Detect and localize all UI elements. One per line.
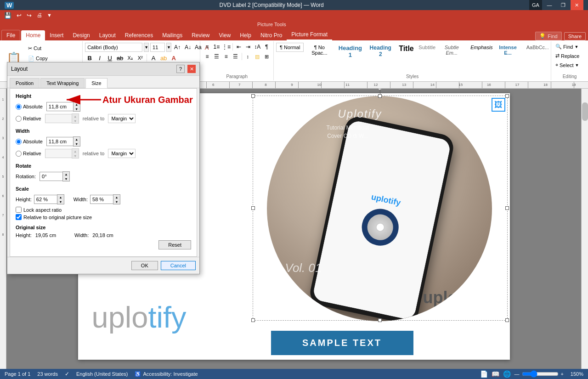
height-rel-spin-down[interactable]: ▼ xyxy=(72,119,79,123)
dialog-tab-size[interactable]: Size xyxy=(85,78,107,88)
style-title[interactable]: Title xyxy=(396,43,414,55)
style-heading1[interactable]: Heading 1 xyxy=(335,43,366,60)
width-spin-down[interactable]: ▼ xyxy=(74,141,80,146)
show-hide-btn[interactable]: ¶ xyxy=(262,43,271,51)
justify-btn[interactable]: ☰ xyxy=(231,52,240,61)
dialog-help-btn[interactable]: ? xyxy=(176,65,185,73)
style-intense[interactable]: Intense E... xyxy=(493,43,522,57)
superscript-btn[interactable]: X² xyxy=(136,53,145,62)
share-btn[interactable]: Share xyxy=(564,32,586,40)
font-name-dropdown[interactable]: ▼ xyxy=(144,43,149,52)
tab-layout[interactable]: Layout xyxy=(95,30,120,40)
rotation-spin-up[interactable]: ▲ xyxy=(63,172,69,176)
align-left-btn[interactable]: ≡ xyxy=(203,52,212,61)
width-absolute-radio[interactable] xyxy=(16,139,22,145)
increase-font-btn[interactable]: A↑ xyxy=(173,43,182,51)
view-web-btn[interactable]: 🌐 xyxy=(503,370,511,378)
dialog-close-btn[interactable]: ✕ xyxy=(187,65,196,73)
undo-btn[interactable]: ↩ xyxy=(15,11,23,20)
font-size-dropdown[interactable]: ▼ xyxy=(166,43,171,52)
height-rel-spin-up[interactable]: ▲ xyxy=(72,114,79,119)
scale-width-spin-up[interactable]: ▲ xyxy=(113,195,120,199)
zoom-range-input[interactable] xyxy=(522,370,559,378)
style-normal[interactable]: ¶ Normal xyxy=(276,43,304,52)
handle-tr[interactable] xyxy=(505,94,509,98)
redo-btn[interactable]: ↪ xyxy=(25,11,34,20)
bullets-btn[interactable]: ≡ xyxy=(203,43,211,51)
scale-height-spin-down[interactable]: ▼ xyxy=(57,199,64,204)
cd-image-container[interactable]: uplotify Uplotify Tutorial Membuat Cove xyxy=(253,96,508,321)
qa-more-btn[interactable]: ▼ xyxy=(45,11,53,19)
print-btn[interactable]: 🖨 xyxy=(35,11,44,19)
text-effect-btn[interactable]: A xyxy=(149,53,158,62)
style-subtle-em[interactable]: Subtle Em... xyxy=(437,43,466,57)
scale-width-input[interactable] xyxy=(90,195,113,204)
reset-btn[interactable]: Reset xyxy=(158,240,191,249)
scale-height-spin-up[interactable]: ▲ xyxy=(57,195,64,199)
font-color-btn[interactable]: A xyxy=(169,53,178,62)
find-btn[interactable]: 🔍 Find ▼ xyxy=(554,43,586,51)
style-no-spacing[interactable]: ¶ No Spac... xyxy=(305,43,334,57)
width-relative-input[interactable] xyxy=(45,149,72,158)
height-absolute-input[interactable] xyxy=(46,102,73,111)
lock-aspect-label[interactable]: Lock aspect ratio xyxy=(16,207,191,213)
align-right-btn[interactable]: ≡ xyxy=(221,52,231,61)
subscript-btn[interactable]: X₂ xyxy=(125,53,135,62)
scale-height-input[interactable] xyxy=(34,195,57,204)
width-rel-spin-down[interactable]: ▼ xyxy=(72,153,79,158)
width-rel-spin-up[interactable]: ▲ xyxy=(72,149,79,153)
tab-picture-format[interactable]: Picture Format xyxy=(287,29,332,40)
dialog-tab-position[interactable]: Position xyxy=(10,78,40,88)
font-name-input[interactable] xyxy=(85,43,142,52)
tab-review[interactable]: Review xyxy=(187,30,214,40)
handle-tl[interactable] xyxy=(251,94,255,98)
handle-ml[interactable] xyxy=(251,206,255,210)
height-absolute-radio-label[interactable]: Absolute xyxy=(16,104,43,110)
view-normal-btn[interactable]: 📄 xyxy=(480,370,488,378)
save-quick-btn[interactable]: 💾 xyxy=(2,11,13,20)
zoom-slider[interactable]: — + xyxy=(514,370,564,378)
minimize-btn[interactable]: — xyxy=(543,0,556,10)
find-dropdown-icon[interactable]: ▼ xyxy=(574,45,578,49)
tell-me-search[interactable]: 💡 Find xyxy=(535,32,561,40)
vertical-scrollbar[interactable] xyxy=(581,89,588,369)
shading-btn[interactable]: ▨ xyxy=(253,52,262,61)
handle-bm[interactable] xyxy=(378,318,382,322)
cut-btn[interactable]: ✂ Cut xyxy=(27,45,52,52)
line-spacing-btn[interactable]: ↕ xyxy=(243,52,253,61)
increase-indent-btn[interactable]: ⇥ xyxy=(243,43,252,51)
style-aabbc2[interactable]: AaBbCc... xyxy=(523,43,548,52)
handle-mr[interactable] xyxy=(505,206,509,210)
font-size-input[interactable] xyxy=(150,43,165,52)
width-absolute-input[interactable] xyxy=(46,137,73,146)
tab-insert[interactable]: Insert xyxy=(45,30,68,40)
tab-view[interactable]: View xyxy=(215,30,236,40)
numbering-btn[interactable]: 1≡ xyxy=(212,43,221,51)
multilevel-btn[interactable]: ⋮≡ xyxy=(221,43,231,51)
tab-help[interactable]: Help xyxy=(235,30,256,40)
restore-btn[interactable]: ❐ xyxy=(557,0,570,10)
close-btn[interactable]: ✕ xyxy=(571,0,583,10)
tab-references[interactable]: References xyxy=(120,30,158,40)
height-relative-radio-label[interactable]: Relative xyxy=(16,116,41,122)
bold-btn[interactable]: B xyxy=(85,53,94,62)
decrease-font-btn[interactable]: A↓ xyxy=(183,43,192,51)
rotation-input[interactable] xyxy=(40,172,62,181)
tab-file[interactable]: File xyxy=(1,30,20,40)
select-btn[interactable]: ⌖ Select ▼ xyxy=(554,61,586,69)
borders-btn[interactable]: ⊞ xyxy=(262,52,271,61)
replace-btn[interactable]: ⇄ Replace xyxy=(554,52,586,60)
handle-tm[interactable] xyxy=(378,94,382,98)
height-relative-to-select[interactable]: Margin Page xyxy=(108,114,136,123)
dialog-tab-text-wrapping[interactable]: Text Wrapping xyxy=(40,78,85,88)
handle-br[interactable] xyxy=(505,318,509,322)
scale-width-spin-down[interactable]: ▼ xyxy=(113,199,120,204)
underline-btn[interactable]: U xyxy=(105,53,114,62)
handle-bl[interactable] xyxy=(251,318,255,322)
style-emphasis[interactable]: Emphasis xyxy=(467,43,492,52)
highlight-btn[interactable]: ab xyxy=(159,53,168,62)
relative-to-original-label[interactable]: Relative to original picture size xyxy=(16,214,191,220)
decrease-indent-btn[interactable]: ⇤ xyxy=(234,43,243,51)
style-heading2[interactable]: Heading 2 xyxy=(366,43,395,59)
view-read-btn[interactable]: 📖 xyxy=(492,370,499,378)
